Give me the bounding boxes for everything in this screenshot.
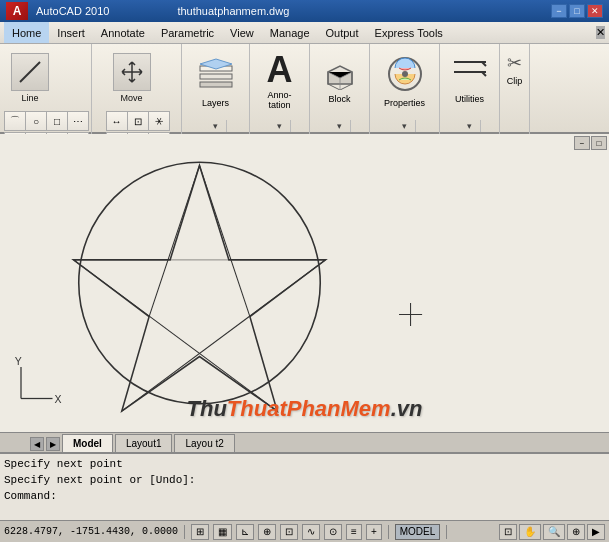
svg-point-6 — [402, 71, 408, 77]
layers-section-footer[interactable]: ▾ — [205, 120, 227, 132]
annotation-icon: A — [267, 52, 293, 88]
osnap-btn[interactable]: ⊡ — [280, 524, 298, 540]
window-controls: − □ ✕ — [551, 4, 603, 18]
drawing-area[interactable]: − □ Y X ThuThuatPhanMem.vn — [0, 134, 609, 432]
utilities-section-footer[interactable]: ▾ — [459, 120, 481, 132]
svg-line-0 — [20, 62, 40, 82]
menu-bar: Home Insert Annotate Parametric View Man… — [0, 22, 609, 44]
command-area: Specify next point Specify next point or… — [0, 452, 609, 520]
menu-express-tools[interactable]: Express Tools — [367, 22, 451, 43]
menu-parametric[interactable]: Parametric — [153, 22, 222, 43]
drawing-max-btn[interactable]: □ — [591, 136, 607, 150]
ribbon-annotation-section: A Anno-tation ▾ — [250, 44, 310, 134]
svg-text:Y: Y — [15, 355, 22, 367]
move-label: Move — [120, 93, 142, 103]
ribbon-close-button[interactable]: ✕ — [596, 26, 605, 39]
grid-btn[interactable]: ▦ — [213, 524, 232, 540]
svg-line-16 — [74, 260, 278, 411]
otrack-btn[interactable]: ∿ — [302, 524, 320, 540]
move-icon — [113, 53, 151, 91]
status-sep-2 — [388, 525, 389, 539]
tab-layout2[interactable]: Layou t2 — [174, 434, 234, 452]
clip-icon: ✂ — [507, 52, 522, 74]
svg-line-14 — [149, 165, 199, 316]
cmd-prompt: Command: — [4, 490, 57, 502]
cmd-line-1: Specify next point — [4, 456, 605, 472]
drawing-canvas[interactable]: Y X — [0, 134, 609, 432]
pan-btn[interactable]: ✋ — [519, 524, 541, 540]
tab-prev-btn[interactable]: ◀ — [30, 437, 44, 451]
viewport-btn[interactable]: ⊡ — [499, 524, 517, 540]
annotation-section-footer[interactable]: ▾ — [269, 120, 291, 132]
close-button[interactable]: ✕ — [587, 4, 603, 18]
ortho-btn[interactable]: ⊾ — [236, 524, 254, 540]
dyn-btn[interactable]: ≡ — [346, 524, 362, 540]
menu-home[interactable]: Home — [4, 22, 49, 43]
block-label: Block — [328, 94, 350, 104]
line-icon — [11, 53, 49, 91]
modify-tool-1[interactable]: ↔ — [106, 111, 128, 131]
app-logo-title: A — [6, 2, 28, 20]
modify-tool-2[interactable]: ⊡ — [127, 111, 149, 131]
ribbon-clip-section: ✂ Clip — [500, 44, 530, 134]
minimize-button[interactable]: − — [551, 4, 567, 18]
coords-display: 6228.4797, -1751.4430, 0.0000 — [4, 526, 178, 537]
status-bar: 6228.4797, -1751.4430, 0.0000 ⊞ ▦ ⊾ ⊕ ⊡ … — [0, 520, 609, 542]
ribbon-properties-section: Properties ▾ — [370, 44, 440, 134]
snap-btn[interactable]: ⊞ — [191, 524, 209, 540]
ducs-btn[interactable]: ⊙ — [324, 524, 342, 540]
model-btn[interactable]: MODEL — [395, 524, 441, 540]
draw-tool-1[interactable]: ⌒ — [4, 111, 26, 131]
line-label: Line — [21, 93, 38, 103]
drawing-toolbar: − □ — [574, 136, 607, 150]
polar-btn[interactable]: ⊕ — [258, 524, 276, 540]
steering-btn[interactable]: ⊕ — [567, 524, 585, 540]
maximize-button[interactable]: □ — [569, 4, 585, 18]
line-button[interactable]: Line — [4, 48, 56, 108]
utilities-label: Utilities — [455, 94, 484, 104]
move-button[interactable]: Move — [106, 48, 158, 108]
cmd-input-row: Command: — [4, 490, 605, 502]
status-sep-3 — [446, 525, 447, 539]
tab-layout1[interactable]: Layout1 — [115, 434, 173, 452]
utilities-icon — [450, 52, 490, 92]
annotation-label: Anno-tation — [267, 90, 291, 110]
cmd-input[interactable] — [57, 490, 605, 502]
lw-btn[interactable]: + — [366, 524, 382, 540]
draw-tool-3[interactable]: □ — [46, 111, 68, 131]
zoom-btn[interactable]: 🔍 — [543, 524, 565, 540]
properties-label: Properties — [384, 98, 425, 108]
modify-tool-3[interactable]: ⚹ — [148, 111, 170, 131]
svg-rect-1 — [200, 82, 232, 87]
properties-icon — [383, 52, 427, 96]
tab-bar: ◀ ▶ Model Layout1 Layou t2 — [0, 432, 609, 452]
tab-next-btn[interactable]: ▶ — [46, 437, 60, 451]
properties-section-footer[interactable]: ▾ — [394, 120, 416, 132]
ribbon-draw-section: Line ⌒ ○ □ ⋯ ◌ △ ⬟ ≡ Draw ▾ — [0, 44, 92, 134]
clip-label: Clip — [507, 76, 523, 86]
showmotion-btn[interactable]: ▶ — [587, 524, 605, 540]
block-section-footer[interactable]: ▾ — [329, 120, 351, 132]
title-filename: thuthuatphanmem.dwg — [177, 5, 289, 17]
block-icon — [320, 52, 360, 92]
menu-view[interactable]: View — [222, 22, 262, 43]
menu-annotate[interactable]: Annotate — [93, 22, 153, 43]
menu-insert[interactable]: Insert — [49, 22, 93, 43]
draw-tool-2[interactable]: ○ — [25, 111, 47, 131]
draw-tool-4[interactable]: ⋯ — [67, 111, 89, 131]
status-sep-1 — [184, 525, 185, 539]
menu-manage[interactable]: Manage — [262, 22, 318, 43]
ribbon: Line ⌒ ○ □ ⋯ ◌ △ ⬟ ≡ Draw ▾ — [0, 44, 609, 134]
cmd-line-2: Specify next point or [Undo]: — [4, 472, 605, 488]
ribbon-layers-section: Layers ▾ — [182, 44, 250, 134]
svg-point-11 — [79, 162, 321, 404]
drawing-min-btn[interactable]: − — [574, 136, 590, 150]
tab-model[interactable]: Model — [62, 434, 113, 452]
svg-line-13 — [200, 165, 250, 316]
title-bar: A AutoCAD 2010 thuthuatphanmem.dwg − □ ✕ — [0, 0, 609, 22]
layers-label: Layers — [202, 98, 229, 108]
menu-output[interactable]: Output — [318, 22, 367, 43]
svg-line-15 — [122, 260, 326, 411]
ribbon-block-section: Block ▾ — [310, 44, 370, 134]
svg-rect-2 — [200, 74, 232, 79]
